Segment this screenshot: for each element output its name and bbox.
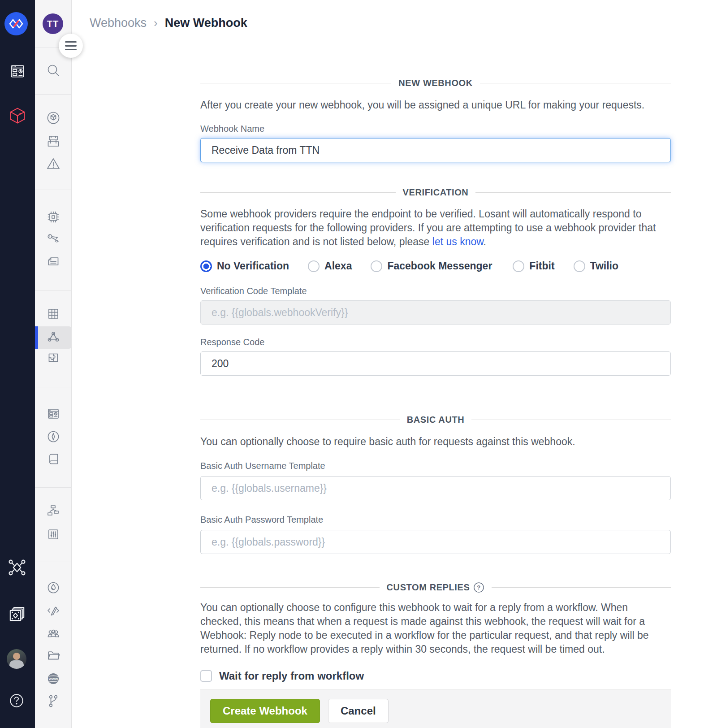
verification-options: No Verification Alexa Facebook Messenger… (200, 260, 618, 272)
wait-for-reply-option[interactable]: Wait for reply from workflow (200, 670, 364, 682)
sidebar-item-search[interactable] (45, 62, 62, 79)
sidebar-item-docs[interactable] (45, 451, 62, 468)
sidebar-item-templates[interactable] (7, 604, 27, 623)
selected-item-strip (35, 326, 38, 349)
sidebar-item-custom-code[interactable] (45, 602, 62, 619)
sidebar-item-versions[interactable] (45, 693, 62, 710)
section-header-custom-replies: CUSTOM REPLIES? (200, 582, 671, 593)
document-lines-icon (45, 253, 61, 269)
form-footer: Create Webhook Cancel (200, 689, 671, 728)
breadcrumb-webhooks-link[interactable]: Webhooks (90, 16, 147, 30)
sidebar-item-instance-settings[interactable] (45, 526, 62, 543)
page-header: Webhooks › New Webhook (72, 0, 717, 46)
webhook-name-label: Webhook Name (200, 124, 264, 134)
wait-for-reply-label: Wait for reply from workflow (219, 670, 364, 682)
radio-alexa[interactable]: Alexa (308, 260, 352, 272)
search-icon (45, 63, 61, 79)
org-avatar[interactable]: TT (43, 13, 63, 34)
flowchart-icon (45, 503, 61, 519)
sidebar-item-notebooks[interactable] (45, 579, 62, 596)
workflow-triangle-icon (45, 329, 61, 346)
new-webhook-description: After you create your new webhook, you w… (200, 98, 671, 112)
let-us-know-link[interactable]: let us know (432, 236, 484, 247)
radio-icon (513, 260, 524, 272)
basic-auth-username-label: Basic Auth Username Template (200, 461, 325, 471)
flame-circle-icon (45, 580, 61, 596)
radio-icon (371, 260, 382, 272)
custom-replies-description: You can optionally choose to configure t… (200, 601, 671, 656)
breadcrumb: Webhooks › New Webhook (90, 16, 247, 30)
sidebar-item-logs[interactable] (45, 253, 62, 270)
app-window-icon (9, 63, 26, 80)
new-webhook-page: TT (0, 0, 717, 728)
grid-table-icon (45, 306, 61, 322)
page-title: New Webhook (165, 16, 247, 30)
section-title: CUSTOM REPLIES (387, 582, 470, 593)
book-icon (45, 451, 61, 467)
git-branch-icon (45, 693, 61, 709)
hamburger-icon (65, 41, 77, 43)
verification-description: Some webhook providers require the endpo… (200, 207, 671, 249)
sidebar-item-domains[interactable]: WWW (45, 670, 62, 687)
losant-logo-icon[interactable] (4, 12, 28, 35)
cancel-button[interactable]: Cancel (328, 699, 389, 723)
basic-auth-username-input[interactable] (200, 476, 671, 500)
sidebar-item-packages[interactable] (8, 106, 27, 125)
sidebar-item-explore[interactable] (45, 428, 62, 445)
sidebar-item-dashboards[interactable] (45, 405, 62, 422)
sidebar-toggle-button[interactable] (59, 34, 83, 58)
secondary-sidebar: TT (35, 0, 72, 728)
divider (35, 487, 72, 488)
section-title: BASIC AUTH (400, 415, 472, 425)
sidebar-item-application[interactable] (45, 109, 62, 126)
breadcrumb-separator: › (154, 16, 158, 30)
sidebar-item-experience[interactable] (45, 502, 62, 519)
puzzle-piece-icon (45, 350, 61, 366)
globe-cube-icon (45, 110, 61, 126)
response-code-input[interactable] (200, 351, 671, 376)
main-content: Webhooks › New Webhook NEW WEBHOOK After… (72, 0, 717, 728)
radio-icon (574, 260, 585, 272)
radio-facebook-messenger[interactable]: Facebook Messenger (371, 260, 492, 272)
svg-text:WWW: WWW (48, 677, 58, 681)
sidebar-item-custom-nodes[interactable] (45, 349, 62, 366)
sidebar-item-applications[interactable] (9, 62, 26, 80)
help-tooltip-icon[interactable]: ? (473, 582, 484, 593)
sidebar-item-data-tables[interactable] (45, 305, 62, 322)
sidebar-item-members[interactable] (45, 625, 62, 642)
checkbox-icon[interactable] (200, 670, 212, 682)
radio-selected-icon (200, 260, 212, 272)
radio-fitbit[interactable]: Fitbit (513, 260, 554, 272)
response-code-label: Response Code (200, 337, 264, 347)
sidebar-item-workflows[interactable] (45, 329, 62, 346)
divider (35, 190, 72, 190)
basic-auth-password-input[interactable] (200, 530, 671, 554)
losant-infinity-icon (9, 18, 23, 29)
section-header-new-webhook: NEW WEBHOOK (200, 78, 671, 88)
verification-code-template-input[interactable] (200, 300, 671, 325)
help-question-icon (8, 692, 25, 709)
sidebar-item-alerts[interactable] (45, 155, 62, 172)
section-header-verification: VERIFICATION (200, 187, 671, 198)
divider (35, 387, 72, 387)
divider (35, 562, 72, 562)
user-photo-avatar[interactable] (7, 649, 26, 669)
sidebar-item-inventory[interactable] (45, 133, 62, 150)
divider (35, 290, 72, 291)
sidebar-item-access-keys[interactable] (45, 230, 62, 247)
verification-code-template-label: Verification Code Template (200, 286, 307, 296)
sidebar-item-network[interactable] (7, 558, 27, 577)
package-cube-icon (8, 107, 27, 125)
sidebar-item-files[interactable] (45, 647, 62, 664)
webhook-name-input[interactable] (200, 138, 671, 162)
chip-icon (45, 209, 61, 225)
divider (35, 94, 72, 95)
radio-twilio[interactable]: Twilio (574, 260, 618, 272)
sidebar-item-help[interactable] (8, 692, 26, 710)
section-header-basic-auth: BASIC AUTH (200, 415, 671, 425)
create-webhook-button[interactable]: Create Webhook (210, 699, 320, 723)
basic-auth-description: You can optionally choose to require bas… (200, 435, 671, 449)
radio-icon (308, 260, 320, 272)
radio-no-verification[interactable]: No Verification (200, 260, 289, 272)
sidebar-item-devices[interactable] (45, 208, 62, 225)
